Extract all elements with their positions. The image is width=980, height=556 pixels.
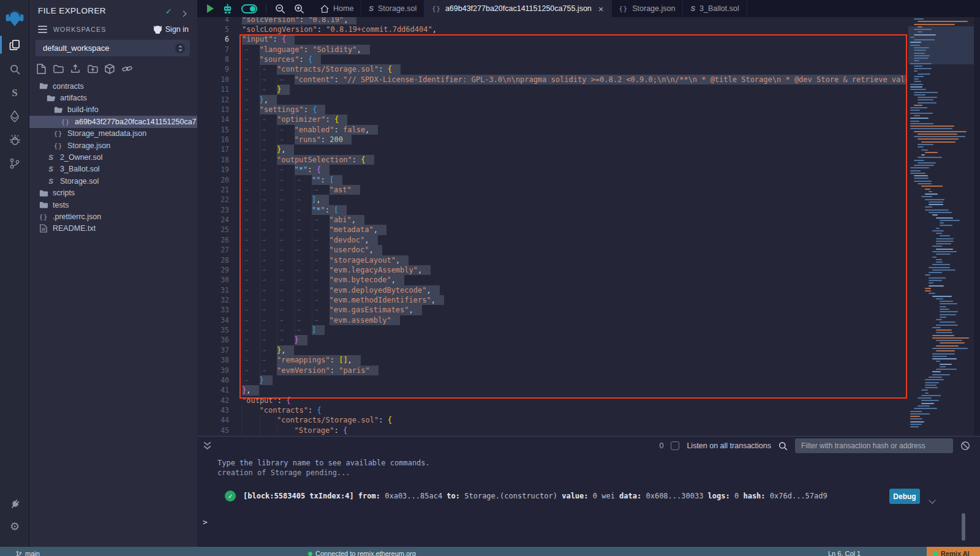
tab-home[interactable]: Home [313, 0, 361, 17]
minimap-line [929, 282, 933, 284]
new-folder-icon[interactable] [53, 63, 64, 74]
sidebar-item-debugger[interactable] [0, 129, 29, 151]
tx-expand-chevron[interactable] [930, 494, 935, 505]
minimap-line [918, 133, 957, 135]
tree-item-3-ballot-sol[interactable]: S3_Ballot.sol [29, 163, 197, 175]
close-icon[interactable]: × [598, 4, 604, 14]
copilot-toggle[interactable] [241, 4, 257, 13]
clear-console-icon[interactable] [960, 441, 970, 451]
code-text: "contracts/Storage.sol": { [277, 415, 392, 425]
tree-item-build-info[interactable]: build-info [29, 104, 197, 116]
tree-item-readme-txt[interactable]: README.txt [29, 223, 197, 235]
hamburger-icon[interactable] [38, 26, 47, 33]
ai-status-dot [933, 551, 938, 556]
minimap-line [929, 201, 943, 203]
sidebar-item-file-explorer[interactable] [0, 34, 29, 56]
panel-chevron-right[interactable] [181, 7, 186, 18]
tree-item-storage-json[interactable]: {}Storage.json [29, 140, 197, 151]
terminal-prompt[interactable]: > [203, 517, 208, 527]
minimap-line [914, 131, 967, 132]
workspace-select[interactable]: default_workspace [36, 40, 190, 56]
minimap-line [918, 146, 924, 148]
transaction-row[interactable]: ✓ [block:5583405 txIndex:4] from: 0xa03.… [225, 490, 827, 502]
terminal-search-icon[interactable] [778, 441, 788, 451]
code-line-10: →→→"content": "// SPDX-License-Identifie… [242, 75, 907, 85]
minimap-line [918, 21, 968, 22]
sign-in-button[interactable]: Sign in [153, 25, 189, 34]
minimap-line [914, 58, 929, 59]
tree-item-artifacts[interactable]: artifacts [29, 92, 197, 103]
tab-3-ballot-sol[interactable]: S3_Ballot.sol [683, 0, 747, 17]
tab-whitespace: → [260, 245, 277, 255]
minimap-line [940, 303, 957, 304]
remix-ai-badge[interactable]: Remix AI [927, 547, 980, 556]
minimap-line [918, 138, 959, 140]
code-line-25: →→→→→"metadata", [242, 225, 907, 235]
minimap-line [918, 99, 933, 100]
listen-checkbox[interactable] [671, 441, 679, 450]
json-icon-wrap: {} [53, 142, 63, 149]
terminal-scrollbar[interactable] [962, 513, 965, 541]
line-number: 34 [197, 315, 229, 325]
git-branch-status[interactable]: main [16, 547, 40, 556]
sidebar-item-search[interactable] [0, 58, 29, 80]
zoom-out-icon[interactable] [275, 4, 285, 14]
tab-whitespace: → [312, 315, 330, 325]
new-file-icon[interactable] [36, 63, 47, 74]
minimap-line [936, 350, 955, 351]
debug-button[interactable]: Debug [889, 489, 920, 504]
upload-folder-icon[interactable] [87, 63, 98, 74]
zoom-in-icon[interactable] [294, 4, 304, 14]
tree-item-scripts[interactable]: scripts [29, 187, 197, 199]
tree-item-2-owner-sol[interactable]: S2_Owner.sol [29, 151, 197, 163]
collapse-terminal-icon[interactable] [197, 441, 211, 450]
code-text: "remappings": [], [277, 355, 361, 365]
minimap-line [932, 269, 956, 271]
minimap-line [914, 165, 934, 166]
tab-storage-json[interactable]: {}Storage.json [612, 0, 684, 17]
minimap-line [925, 193, 938, 195]
json-icon: {} [39, 213, 48, 220]
panel-title: FILE EXPLORER [38, 6, 106, 15]
ai-robot-icon[interactable] [222, 4, 233, 14]
line-number: 33 [197, 305, 229, 315]
workspaces-row: WORKSPACES Sign in [38, 25, 189, 34]
sidebar-item-deploy-run[interactable] [0, 105, 29, 127]
tree-item-tests[interactable]: tests [29, 199, 197, 211]
line-number: 12 [197, 95, 229, 105]
check-icon: ✓ [165, 7, 172, 16]
sidebar-item-plugin-manager[interactable] [0, 493, 29, 515]
tab-whitespace: → [260, 115, 277, 124]
tab-storage-sol[interactable]: SStorage.sol [361, 0, 424, 17]
cube-icon[interactable] [104, 63, 115, 74]
remix-logo[interactable] [0, 6, 29, 29]
line-number: 19 [197, 165, 229, 175]
folder-open-icon [54, 106, 63, 114]
line-number: 8 [197, 54, 229, 64]
code-text: "evm.assembly" [330, 315, 400, 325]
minimap-line [914, 160, 924, 161]
code-text: } [295, 335, 307, 345]
link-icon[interactable] [121, 63, 132, 74]
tree-item-storage-metadata-json[interactable]: {}Storage_metadata.json [29, 128, 197, 140]
tree-item-storage-sol[interactable]: SStorage.sol [29, 175, 197, 187]
code-text: "userdoc", [330, 245, 382, 255]
tab-whitespace: → [295, 215, 312, 225]
transaction-filter-input[interactable] [795, 438, 953, 453]
sidebar-item-git[interactable] [0, 152, 29, 175]
line-number: 42 [197, 396, 229, 405]
minimap[interactable] [908, 17, 974, 430]
code-editor[interactable]: 4567891011121314151617181920212223242526… [197, 17, 980, 436]
code-line-33: →→→→→"evm.gasEstimates", [242, 305, 907, 315]
upload-file-icon[interactable] [70, 63, 81, 74]
tree-item-contracts[interactable]: contracts [29, 80, 197, 92]
sidebar-item-settings[interactable]: ⚙ [0, 516, 29, 538]
editor-scrollbar[interactable] [974, 17, 980, 436]
tree-item--prettierrc-json[interactable]: {}.prettierrc.json [29, 211, 197, 222]
sidebar-item-solidity-compiler[interactable]: S [0, 82, 29, 104]
transaction-count: 0 [659, 441, 663, 450]
tree-item-a69b43f277ba20fcac141151250ca7-[interactable]: {}a69b43f277ba20fcac141151250ca7... [29, 116, 197, 127]
run-script-button[interactable] [207, 4, 214, 13]
code-line-6: "input": { [242, 34, 907, 44]
tab-a69b43f277ba20fcac141151250ca755-json[interactable]: {}a69b43f277ba20fcac141151250ca755.json× [424, 0, 611, 17]
